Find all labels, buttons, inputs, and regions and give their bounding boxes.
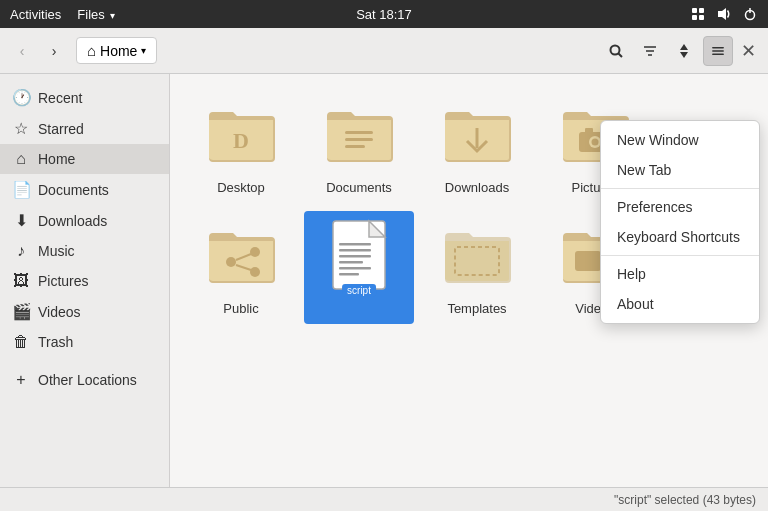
svg-rect-15 <box>712 50 724 52</box>
file-area: D Desktop Documents <box>170 74 768 487</box>
music-icon: ♪ <box>12 242 30 260</box>
sidebar-item-videos[interactable]: 🎬 Videos <box>0 296 169 327</box>
documents-icon: 📄 <box>12 180 30 199</box>
public-folder-icon <box>205 219 277 295</box>
other-locations-icon: + <box>12 371 30 389</box>
sort-icon <box>680 44 688 58</box>
file-item-downloads[interactable]: Downloads <box>422 90 532 203</box>
forward-button[interactable]: › <box>40 37 68 65</box>
file-item-public[interactable]: Public <box>186 211 296 324</box>
downloads-label: Downloads <box>445 180 509 195</box>
svg-rect-39 <box>575 251 601 271</box>
svg-rect-34 <box>339 255 371 258</box>
svg-rect-32 <box>339 243 371 246</box>
home-breadcrumb-icon: ⌂ <box>87 42 96 59</box>
menu-separator-1 <box>601 188 759 189</box>
back-button[interactable]: ‹ <box>8 37 36 65</box>
svg-rect-35 <box>339 261 363 264</box>
script-badge: script <box>342 284 376 297</box>
sidebar-item-trash[interactable]: 🗑 Trash <box>0 327 169 357</box>
sidebar-item-music[interactable]: ♪ Music <box>0 236 169 266</box>
status-text: "script" selected (43 bytes) <box>614 493 756 507</box>
volume-icon[interactable] <box>716 6 732 22</box>
sort-button[interactable] <box>669 36 699 66</box>
desktop-folder-icon: D <box>205 98 277 174</box>
sidebar-item-label-home: Home <box>38 151 75 167</box>
starred-icon: ☆ <box>12 119 30 138</box>
svg-point-27 <box>226 257 236 267</box>
menu-item-about[interactable]: About <box>601 289 759 319</box>
sidebar-item-label-downloads: Downloads <box>38 213 107 229</box>
videos-icon: 🎬 <box>12 302 30 321</box>
sidebar-item-label-trash: Trash <box>38 334 73 350</box>
file-item-templates[interactable]: Templates <box>422 211 532 324</box>
svg-marker-13 <box>680 52 688 58</box>
downloads-icon: ⬇ <box>12 211 30 230</box>
menu-item-new-window[interactable]: New Window <box>601 125 759 155</box>
files-arrow: ▾ <box>110 10 115 21</box>
sidebar-item-recent[interactable]: 🕐 Recent <box>0 82 169 113</box>
network-icon[interactable] <box>690 6 706 22</box>
recent-icon: 🕐 <box>12 88 30 107</box>
topbar-left: Activities Files ▾ <box>10 7 115 22</box>
breadcrumb-arrow[interactable]: ▾ <box>141 45 146 56</box>
breadcrumb-label[interactable]: Home <box>100 43 137 59</box>
power-icon[interactable] <box>742 6 758 22</box>
sidebar-item-label-recent: Recent <box>38 90 82 106</box>
view-options-button[interactable] <box>635 36 665 66</box>
sidebar-item-label-videos: Videos <box>38 304 81 320</box>
menu-item-help[interactable]: Help <box>601 259 759 289</box>
menu-separator-2 <box>601 255 759 256</box>
svg-point-28 <box>250 267 260 277</box>
sidebar-item-label-starred: Starred <box>38 121 84 137</box>
script-file-icon: script <box>331 219 387 295</box>
activities-label[interactable]: Activities <box>10 7 61 22</box>
breadcrumb: ⌂ Home ▾ <box>76 37 157 64</box>
svg-line-8 <box>618 53 622 57</box>
filter-icon <box>642 43 658 59</box>
desktop-label: Desktop <box>217 180 265 195</box>
search-button[interactable] <box>601 36 631 66</box>
menu-item-preferences[interactable]: Preferences <box>601 192 759 222</box>
sidebar-item-pictures[interactable]: 🖼 Pictures <box>0 266 169 296</box>
files-menu[interactable]: Files ▾ <box>77 7 115 22</box>
main-layout: 🕐 Recent ☆ Starred ⌂ Home 📄 Documents ⬇ … <box>0 74 768 487</box>
close-button[interactable]: ✕ <box>737 40 760 62</box>
file-item-documents[interactable]: Documents <box>304 90 414 203</box>
pictures-icon: 🖼 <box>12 272 30 290</box>
downloads-folder-icon <box>441 98 513 174</box>
menu-item-keyboard-shortcuts[interactable]: Keyboard Shortcuts <box>601 222 759 252</box>
templates-label: Templates <box>447 301 506 316</box>
documents-folder-icon <box>323 98 395 174</box>
sidebar-item-downloads[interactable]: ⬇ Downloads <box>0 205 169 236</box>
sidebar-item-label-other: Other Locations <box>38 372 137 388</box>
svg-point-24 <box>592 139 599 146</box>
svg-rect-1 <box>699 8 704 13</box>
file-item-desktop[interactable]: D Desktop <box>186 90 296 203</box>
toolbar-actions: ✕ <box>601 36 760 66</box>
svg-rect-33 <box>339 249 371 252</box>
sidebar: 🕐 Recent ☆ Starred ⌂ Home 📄 Documents ⬇ … <box>0 74 170 487</box>
svg-rect-20 <box>345 145 365 148</box>
svg-rect-25 <box>585 128 593 133</box>
sidebar-item-home[interactable]: ⌂ Home <box>0 144 169 174</box>
svg-rect-14 <box>712 47 724 49</box>
statusbar: "script" selected (43 bytes) <box>0 487 768 511</box>
sidebar-item-label-documents: Documents <box>38 182 109 198</box>
svg-marker-12 <box>680 44 688 50</box>
menu-button[interactable] <box>703 36 733 66</box>
svg-rect-37 <box>339 273 359 276</box>
sidebar-item-other-locations[interactable]: + Other Locations <box>0 365 169 395</box>
svg-rect-16 <box>712 53 724 55</box>
sidebar-item-label-music: Music <box>38 243 75 259</box>
menu-item-new-tab[interactable]: New Tab <box>601 155 759 185</box>
trash-icon: 🗑 <box>12 333 30 351</box>
sidebar-item-documents[interactable]: 📄 Documents <box>0 174 169 205</box>
svg-rect-36 <box>339 267 371 270</box>
sidebar-item-starred[interactable]: ☆ Starred <box>0 113 169 144</box>
toolbar: ‹ › ⌂ Home ▾ ✕ <box>0 28 768 74</box>
topbar-right <box>690 6 758 22</box>
templates-folder-icon <box>441 219 513 295</box>
svg-rect-0 <box>692 8 697 13</box>
file-item-script[interactable]: script script <box>304 211 414 324</box>
